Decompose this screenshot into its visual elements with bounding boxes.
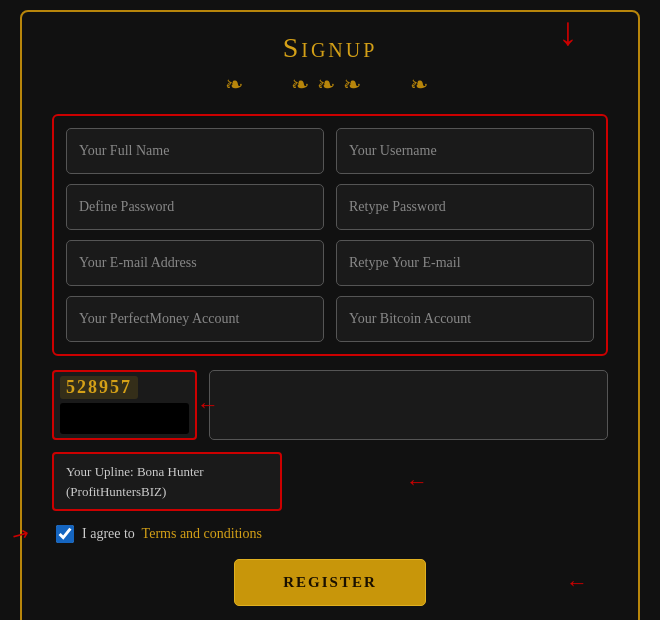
form-row-4	[66, 296, 594, 342]
captcha-area: 528957 ←	[52, 370, 608, 440]
arrow-register-icon: ←	[566, 570, 588, 596]
email-input[interactable]	[66, 240, 324, 286]
retype-password-input[interactable]	[336, 184, 594, 230]
captcha-image	[60, 403, 189, 434]
terms-checkbox[interactable]	[56, 525, 74, 543]
perfect-money-input[interactable]	[66, 296, 324, 342]
arrow-checkbox-icon: ↗	[7, 519, 34, 548]
captcha-row: 528957 ←	[52, 370, 608, 440]
captcha-image-box: 528957	[52, 370, 197, 440]
form-fields-section	[52, 114, 608, 356]
register-button[interactable]: REGISTER	[234, 559, 426, 606]
form-row-2	[66, 184, 594, 230]
terms-link[interactable]: Terms and conditions	[142, 526, 262, 541]
arrow-top-icon: ↓	[558, 12, 578, 52]
full-name-input[interactable]	[66, 128, 324, 174]
terms-text: I agree to Terms and conditions	[82, 526, 262, 542]
upline-text: Your Upline: Bona Hunter (ProfitHuntersB…	[66, 464, 204, 499]
form-row-3	[66, 240, 594, 286]
captcha-input[interactable]	[209, 370, 608, 440]
define-password-input[interactable]	[66, 184, 324, 230]
arrow-upline-icon: ←	[406, 469, 428, 495]
retype-email-input[interactable]	[336, 240, 594, 286]
page-title: Signup	[52, 32, 608, 64]
captcha-code: 528957	[60, 376, 138, 399]
signup-card: ↓ Signup ❧ ❧❧❧ ❧	[20, 10, 640, 620]
upline-info-box: Your Upline: Bona Hunter (ProfitHuntersB…	[52, 452, 282, 511]
form-row-1	[66, 128, 594, 174]
upline-wrapper: Your Upline: Bona Hunter (ProfitHuntersB…	[52, 452, 608, 511]
terms-row: ↗ I agree to Terms and conditions	[52, 525, 608, 543]
ornament-divider: ❧ ❧❧❧ ❧	[52, 72, 608, 98]
bitcoin-input[interactable]	[336, 296, 594, 342]
register-row: REGISTER ←	[52, 559, 608, 606]
username-input[interactable]	[336, 128, 594, 174]
